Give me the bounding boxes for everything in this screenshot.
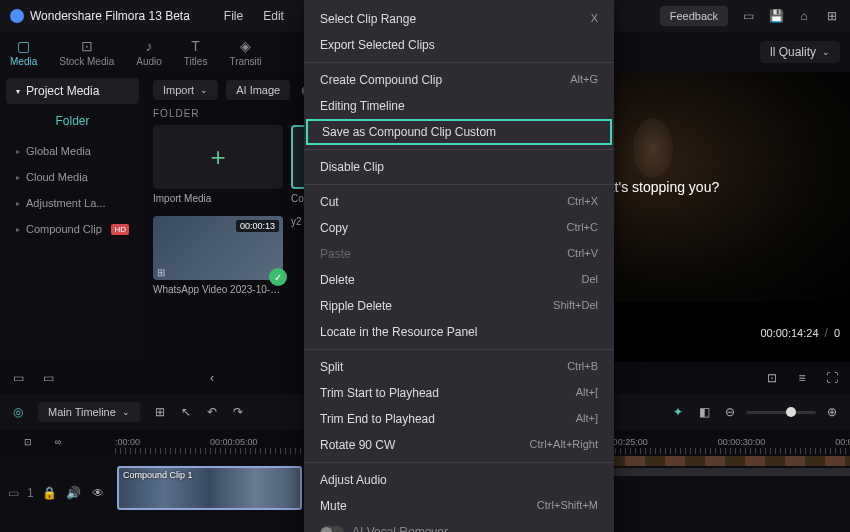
- effects-icon[interactable]: ✦: [670, 404, 686, 420]
- apps-icon[interactable]: ⊞: [152, 404, 168, 420]
- app-title: Wondershare Filmora 13 Beta: [30, 9, 190, 23]
- timeline-dropdown[interactable]: Main Timeline⌄: [38, 402, 140, 422]
- shortcut-label: Ctrl+Alt+Right: [530, 438, 598, 452]
- ctx-select-clip-range[interactable]: Select Clip RangeX: [304, 6, 614, 32]
- ctx-ai-vocal-remover[interactable]: AI Vocal Remover: [304, 519, 614, 532]
- redo-icon[interactable]: ↷: [230, 404, 246, 420]
- ctx-adjust-audio[interactable]: Adjust Audio: [304, 467, 614, 493]
- target-icon[interactable]: ◎: [10, 404, 26, 420]
- feedback-button[interactable]: Feedback: [660, 6, 728, 26]
- media-icon: ▢: [17, 38, 30, 54]
- layers-icon: ⊞: [157, 267, 165, 278]
- chevron-down-icon: ⌄: [822, 47, 830, 57]
- hd-badge: HD: [111, 224, 129, 235]
- crop-icon[interactable]: ◧: [696, 404, 712, 420]
- tab-media[interactable]: ▢Media: [10, 38, 37, 67]
- slider-track[interactable]: [746, 411, 816, 414]
- ctx-ripple-delete[interactable]: Ripple DeleteShift+Del: [304, 293, 614, 319]
- chevron-down-icon: ⌄: [200, 85, 208, 95]
- markers-icon[interactable]: ≡: [794, 370, 810, 386]
- tab-transitions[interactable]: ◈Transiti: [229, 38, 261, 67]
- slider-knob[interactable]: [786, 407, 796, 417]
- shortcut-label: Alt+G: [570, 73, 598, 87]
- ctx-locate-in-the-resource-panel[interactable]: Locate in the Resource Panel: [304, 319, 614, 345]
- tree-compound-clip[interactable]: ▸Compound ClipHD: [6, 216, 139, 242]
- import-dropdown[interactable]: Import⌄: [153, 80, 218, 100]
- ctx-paste: PasteCtrl+V: [304, 241, 614, 267]
- cursor-icon[interactable]: ↖: [178, 404, 194, 420]
- context-separator: [304, 184, 614, 185]
- ctx-create-compound-clip[interactable]: Create Compound ClipAlt+G: [304, 67, 614, 93]
- ctx-trim-end-to-playhead[interactable]: Trim End to PlayheadAlt+]: [304, 406, 614, 432]
- shortcut-label: Ctrl+Shift+M: [537, 499, 598, 513]
- monitor-icon[interactable]: ▭: [740, 8, 756, 24]
- lock-icon[interactable]: 🔒: [42, 485, 58, 501]
- import-media-tile[interactable]: + Import Media: [153, 125, 283, 204]
- context-separator: [304, 462, 614, 463]
- snapshot-icon[interactable]: ⊡: [764, 370, 780, 386]
- grid-icon[interactable]: ⊞: [824, 8, 840, 24]
- ctx-copy[interactable]: CopyCtrl+C: [304, 215, 614, 241]
- cloud-icon[interactable]: ⌂: [796, 8, 812, 24]
- shortcut-label: Alt+]: [576, 412, 598, 426]
- menu-file[interactable]: File: [224, 9, 243, 23]
- media-clip-thumb[interactable]: 00:00:13 ✓ ⊞ WhatsApp Video 2023-10-05..…: [153, 216, 283, 295]
- fullscreen-icon[interactable]: ⛶: [824, 370, 840, 386]
- timecode-current: 00:00:14:24: [760, 327, 818, 339]
- folder-label[interactable]: Folder: [6, 104, 139, 138]
- ctx-disable-clip[interactable]: Disable Clip: [304, 154, 614, 180]
- shortcut-label: Alt+[: [576, 386, 598, 400]
- ctx-editing-timeline[interactable]: Editing Timeline: [304, 93, 614, 119]
- timeline-clip[interactable]: Compound Clip 1: [117, 466, 302, 510]
- tree-global-media[interactable]: ▸Global Media: [6, 138, 139, 164]
- zoom-in-icon[interactable]: ⊕: [824, 404, 840, 420]
- quality-dropdown[interactable]: ll Quality ⌄: [760, 41, 840, 63]
- tab-audio[interactable]: ♪Audio: [136, 38, 162, 67]
- plus-icon: +: [210, 142, 225, 173]
- chevron-down-icon: ▾: [16, 87, 20, 96]
- ctx-save-as-compound-clip-custom[interactable]: Save as Compound Clip Custom: [306, 119, 612, 145]
- link2-icon[interactable]: ∞: [50, 434, 66, 450]
- tree-adjustment-layer[interactable]: ▸Adjustment La...: [6, 190, 139, 216]
- eye-icon[interactable]: 👁: [90, 485, 106, 501]
- shortcut-label: X: [591, 12, 598, 26]
- toggle-switch[interactable]: [320, 526, 344, 533]
- shortcut-label: Ctrl+B: [567, 360, 598, 374]
- undo-icon[interactable]: ↶: [204, 404, 220, 420]
- context-separator: [304, 62, 614, 63]
- zoom-slider[interactable]: ⊖ ⊕: [722, 404, 840, 420]
- folder-icon[interactable]: ▭: [10, 370, 26, 386]
- project-media-header[interactable]: ▾ Project Media: [6, 78, 139, 104]
- preview-content: [633, 118, 673, 178]
- mute-icon[interactable]: 🔊: [66, 485, 82, 501]
- transition-icon: ◈: [240, 38, 251, 54]
- link-icon[interactable]: ⊡: [20, 434, 36, 450]
- zoom-out-icon[interactable]: ⊖: [722, 404, 738, 420]
- stock-icon: ⊡: [81, 38, 93, 54]
- save-icon[interactable]: 💾: [768, 8, 784, 24]
- ctx-mute[interactable]: MuteCtrl+Shift+M: [304, 493, 614, 519]
- chevron-down-icon: ⌄: [122, 407, 130, 417]
- ctx-trim-start-to-playhead[interactable]: Trim Start to PlayheadAlt+[: [304, 380, 614, 406]
- ctx-cut[interactable]: CutCtrl+X: [304, 189, 614, 215]
- tab-stock-media[interactable]: ⊡Stock Media: [59, 38, 114, 67]
- menu-edit[interactable]: Edit: [263, 9, 284, 23]
- logo-icon: [10, 9, 24, 23]
- titles-icon: T: [191, 38, 200, 54]
- audio-icon: ♪: [146, 38, 153, 54]
- shortcut-label: Shift+Del: [553, 299, 598, 313]
- project-panel: ▾ Project Media Folder ▸Global Media ▸Cl…: [0, 72, 145, 362]
- collapse-icon[interactable]: ‹: [204, 370, 220, 386]
- shortcut-label: Del: [581, 273, 598, 287]
- video-track-header[interactable]: ▭1 🔒 🔊 👁: [0, 454, 115, 532]
- context-separator: [304, 149, 614, 150]
- ctx-split[interactable]: SplitCtrl+B: [304, 354, 614, 380]
- ctx-rotate-90-cw[interactable]: Rotate 90 CWCtrl+Alt+Right: [304, 432, 614, 458]
- folder2-icon[interactable]: ▭: [40, 370, 56, 386]
- ctx-delete[interactable]: DeleteDel: [304, 267, 614, 293]
- tree-cloud-media[interactable]: ▸Cloud Media: [6, 164, 139, 190]
- tab-titles[interactable]: TTitles: [184, 38, 208, 67]
- chevron-right-icon: ▸: [16, 199, 20, 208]
- ctx-export-selected-clips[interactable]: Export Selected Clips: [304, 32, 614, 58]
- ai-image-button[interactable]: AI Image: [226, 80, 290, 100]
